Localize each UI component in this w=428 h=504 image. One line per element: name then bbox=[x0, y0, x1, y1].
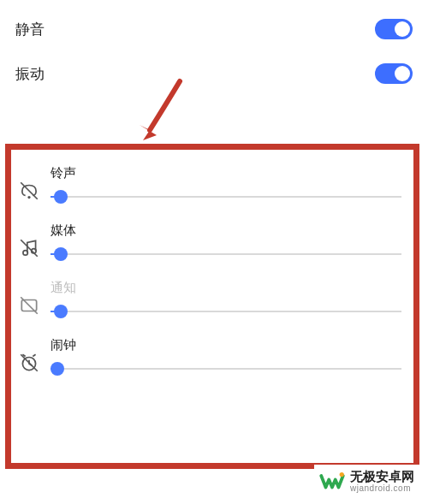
note-off-icon bbox=[18, 237, 40, 259]
ringtone-volume-row: 铃声 bbox=[18, 158, 401, 216]
svg-point-9 bbox=[340, 472, 344, 477]
svg-point-0 bbox=[27, 195, 30, 198]
vibrate-label: 振动 bbox=[15, 64, 45, 84]
volume-highlight-box: 铃声 媒体 通知 bbox=[5, 144, 419, 469]
media-slider[interactable] bbox=[51, 247, 401, 261]
ringtone-slider[interactable] bbox=[51, 190, 401, 204]
mute-setting-row: 静音 bbox=[15, 7, 413, 51]
alarm-volume-row: 闹钟 bbox=[18, 330, 401, 388]
notification-slider[interactable] bbox=[51, 305, 401, 318]
notification-label: 通知 bbox=[51, 280, 401, 296]
alarm-label: 闹钟 bbox=[51, 337, 401, 353]
watermark-url: wjandroid.com bbox=[350, 483, 414, 494]
watermark: 无极安卓网 wjandroid.com bbox=[314, 465, 419, 497]
media-volume-row: 媒体 bbox=[18, 216, 401, 273]
message-off-icon bbox=[18, 294, 40, 317]
bell-off-icon bbox=[18, 180, 40, 202]
mute-toggle[interactable] bbox=[375, 19, 413, 39]
svg-point-2 bbox=[23, 250, 27, 254]
watermark-brand: 无极安卓网 bbox=[350, 469, 414, 483]
alarm-slider[interactable] bbox=[51, 362, 401, 376]
notification-volume-row: 通知 bbox=[18, 273, 401, 330]
vibrate-toggle[interactable] bbox=[375, 63, 413, 84]
clock-off-icon bbox=[18, 352, 40, 374]
vibrate-setting-row: 振动 bbox=[15, 51, 413, 96]
mute-label: 静音 bbox=[15, 20, 45, 39]
watermark-logo-icon bbox=[319, 468, 345, 494]
media-label: 媒体 bbox=[51, 222, 401, 239]
ringtone-label: 铃声 bbox=[51, 165, 401, 181]
